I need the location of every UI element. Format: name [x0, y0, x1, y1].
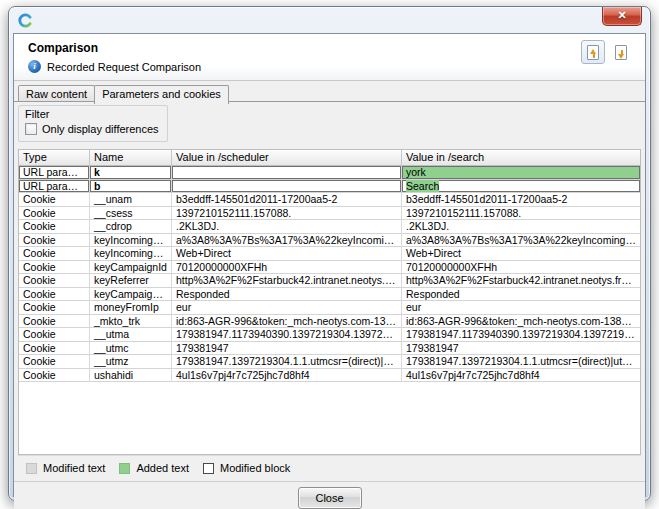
title-bar[interactable]: ✕	[9, 7, 650, 33]
table-row[interactable]: CookiekeyIncomingArraya%3A8%3A%7Bs%3A17%…	[19, 234, 640, 248]
cell-value-search: Web+Direct	[402, 247, 640, 261]
cell-name: __utma	[90, 328, 172, 342]
table-body: URL parameterkyorkURL parameterbSearchCo…	[19, 166, 640, 454]
cell-name: __utmc	[90, 342, 172, 356]
cell-name: moneyFromIp	[90, 301, 172, 315]
cell-type: Cookie	[19, 207, 90, 221]
cell-type: Cookie	[19, 315, 90, 329]
column-header[interactable]: Type	[19, 150, 90, 166]
page-down-arrow-icon	[615, 45, 627, 60]
modified-text-swatch	[26, 463, 37, 474]
modified-block-swatch	[203, 463, 214, 474]
cell-value-scheduler: Responded	[172, 288, 402, 302]
table-row[interactable]: Cookieushahidi4ul1s6v7pj4r7c725jhc7d8hf4…	[19, 369, 640, 383]
cell-name: __utmz	[90, 355, 172, 369]
page-up-arrow-icon	[587, 45, 599, 60]
cell-value-scheduler: a%3A8%3A%7Bs%3A17%3A%22keyIncomingSource…	[172, 234, 402, 248]
table-row[interactable]: CookiemoneyFromIpeureur	[19, 301, 640, 315]
cell-type: Cookie	[19, 193, 90, 207]
cell-name: __cdrop	[90, 220, 172, 234]
table-row[interactable]: CookiekeyCampaignStatusRespondedResponde…	[19, 288, 640, 302]
cell-type: URL parameter	[19, 166, 90, 180]
cell-type: Cookie	[19, 261, 90, 275]
cell-type: Cookie	[19, 355, 90, 369]
header-subtitle: Recorded Request Comparison	[47, 61, 201, 73]
cell-type: Cookie	[19, 301, 90, 315]
cell-name: k	[90, 166, 172, 180]
column-header[interactable]: Value in /scheduler	[172, 150, 402, 166]
cell-value-scheduler	[172, 166, 402, 180]
dialog-client-area: Comparison i Recorded Request Comparison	[13, 33, 646, 497]
window-close-button[interactable]: ✕	[602, 7, 642, 26]
cell-value-search: id:863-AGR-996&token:_mch-neotys.com-138…	[402, 315, 640, 329]
next-difference-button[interactable]	[609, 40, 633, 64]
cell-name: keyReferrer	[90, 274, 172, 288]
table-row[interactable]: Cookie__unamb3eddff-145501d2011-17200aa5…	[19, 193, 640, 207]
cell-value-search: b3eddff-145501d2011-17200aa5-2	[402, 193, 640, 207]
parameters-and-cookies-panel: Filter Only display differences TypeName…	[14, 101, 645, 481]
legend-label: Added text	[136, 462, 189, 474]
desktop: ✕ Comparison i Recorded Request Comparis…	[0, 0, 659, 509]
close-button[interactable]: Close	[298, 487, 362, 509]
info-icon: i	[28, 60, 41, 73]
cell-value-search: 1397210152111.157088.	[402, 207, 640, 221]
table-row[interactable]: Cookie_mkto_trkid:863-AGR-996&token:_mch…	[19, 315, 640, 329]
tab-strip: Raw contentParameters and cookies	[14, 81, 645, 101]
cell-value-search: .2KL3DJ.	[402, 220, 640, 234]
cell-value-search: 179381947	[402, 342, 640, 356]
added-text-swatch	[119, 463, 130, 474]
cell-type: URL parameter	[19, 180, 90, 194]
cell-type: Cookie	[19, 247, 90, 261]
column-header[interactable]: Name	[90, 150, 172, 166]
table-row[interactable]: CookiekeyIncomingSourceWeb+DirectWeb+Dir…	[19, 247, 640, 261]
cell-value-scheduler: eur	[172, 301, 402, 315]
column-header[interactable]: Value in /search	[402, 150, 640, 166]
table-row[interactable]: CookiekeyCampaignId70120000000XFHh701200…	[19, 261, 640, 275]
tab-raw-content[interactable]: Raw content	[18, 85, 95, 102]
table-row[interactable]: CookiekeyReferrerhttp%3A%2F%2Fstarbuck42…	[19, 274, 640, 288]
only-display-differences-label: Only display differences	[42, 123, 159, 135]
cell-name: keyIncomingSource	[90, 247, 172, 261]
cell-value-search: http%3A%2F%2Fstarbuck42.intranet.neotys.…	[402, 274, 640, 288]
cell-value-scheduler: 179381947.1173940390.1397219304.13972193…	[172, 328, 402, 342]
table-header-row: TypeNameValue in /schedulerValue in /sea…	[19, 150, 640, 166]
cell-value-scheduler: 4ul1s6v7pj4r7c725jhc7d8hf4	[172, 369, 402, 383]
comparison-dialog: ✕ Comparison i Recorded Request Comparis…	[8, 6, 651, 501]
table-row[interactable]: URL parameterkyork	[19, 166, 640, 180]
cell-value-scheduler: id:863-AGR-996&token:_mch-neotys.com-138…	[172, 315, 402, 329]
table-row[interactable]: URL parameterbSearch	[19, 180, 640, 194]
cell-value-scheduler: b3eddff-145501d2011-17200aa5-2	[172, 193, 402, 207]
cell-value-search: york	[402, 166, 640, 180]
cell-value-search: a%3A8%3A%7Bs%3A17%3A%22keyIncomingSource…	[402, 234, 640, 248]
cell-value-search: 179381947.1397219304.1.1.utmcsr=(direct)…	[402, 355, 640, 369]
table-row[interactable]: Cookie__utmz179381947.1397219304.1.1.utm…	[19, 355, 640, 369]
table-row[interactable]: Cookie__utmc179381947179381947	[19, 342, 640, 356]
cell-name: keyCampaignStatus	[90, 288, 172, 302]
cell-name: __unam	[90, 193, 172, 207]
page-title: Comparison	[28, 41, 631, 55]
tab-parameters-and-cookies[interactable]: Parameters and cookies	[94, 85, 229, 104]
only-display-differences-checkbox[interactable]	[25, 123, 37, 135]
cell-value-search: 179381947.1173940390.1397219304.13972193…	[402, 328, 640, 342]
dialog-header: Comparison i Recorded Request Comparison	[14, 34, 645, 81]
cell-value-search: Search	[402, 180, 640, 194]
legend-label: Modified text	[43, 462, 105, 474]
cell-type: Cookie	[19, 342, 90, 356]
cell-value-scheduler: 1397210152111.157088.	[172, 207, 402, 221]
cell-value-scheduler: 179381947	[172, 342, 402, 356]
cell-value-scheduler: 179381947.1397219304.1.1.utmcsr=(direct)…	[172, 355, 402, 369]
legend-label: Modified block	[220, 462, 290, 474]
app-logo-icon	[17, 12, 34, 29]
cell-value-scheduler: 70120000000XFHh	[172, 261, 402, 275]
cell-name: keyCampaignId	[90, 261, 172, 275]
cell-type: Cookie	[19, 328, 90, 342]
cell-name: _mkto_trk	[90, 315, 172, 329]
legend-bar: Modified textAdded textModified block	[18, 455, 641, 481]
cell-value-scheduler: .2KL3DJ.	[172, 220, 402, 234]
table-row[interactable]: Cookie__utma179381947.1173940390.1397219…	[19, 328, 640, 342]
cell-value-scheduler: Web+Direct	[172, 247, 402, 261]
previous-difference-button[interactable]	[581, 40, 605, 64]
cell-value-search: 4ul1s6v7pj4r7c725jhc7d8hf4	[402, 369, 640, 383]
table-row[interactable]: Cookie__cdrop.2KL3DJ..2KL3DJ.	[19, 220, 640, 234]
table-row[interactable]: Cookie__csess1397210152111.157088.139721…	[19, 207, 640, 221]
